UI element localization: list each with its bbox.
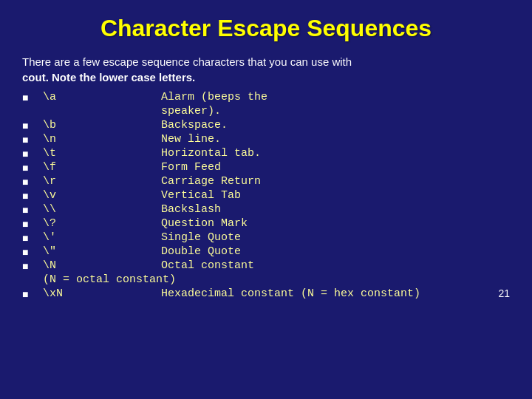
escape-desc: Single Quote (161, 231, 510, 244)
bullet-icon: ■ (22, 175, 43, 188)
table-row: ■ \N Octal constant (22, 259, 510, 272)
escape-desc: Vertical Tab (161, 189, 510, 202)
bullet-icon: ■ (22, 287, 43, 300)
escape-desc: Form Feed (161, 161, 510, 174)
escape-code: \\ (43, 203, 161, 216)
intro-line2: cout. Note the lower case letters. (22, 71, 195, 83)
page-number-inline: 21 (492, 287, 510, 299)
escape-desc: Backspace. (161, 119, 510, 132)
escape-code: \b (43, 119, 161, 132)
intro-line1: There are a few escape sequence characte… (22, 55, 352, 68)
slide-title: Character Escape Sequences (22, 15, 510, 42)
octal-note: (N = octal constant) (43, 273, 510, 286)
escape-desc: Alarm (beeps the (161, 91, 510, 103)
bullet-spacer (22, 105, 43, 106)
table-row-alarm-cont: speaker). (22, 105, 510, 117)
intro-text: There are a few escape sequence characte… (22, 54, 510, 85)
table-row: ■ \v Vertical Tab (22, 189, 510, 202)
table-row: ■ \a Alarm (beeps the (22, 91, 510, 103)
bullet-icon: ■ (22, 245, 43, 258)
escape-code: \v (43, 189, 161, 202)
escape-desc: Octal constant (161, 259, 510, 272)
bullet-icon: ■ (22, 91, 43, 103)
bullet-icon: ■ (22, 161, 43, 174)
table-row: ■ \t Horizontal tab. (22, 147, 510, 160)
hex-desc: Hexadecimal constant (N = hex constant) (161, 287, 492, 300)
escape-code: \a (43, 91, 161, 103)
escape-code: \? (43, 217, 161, 230)
escape-table: ■ \a Alarm (beeps the speaker). ■ \b Bac… (22, 91, 510, 300)
escape-code: \r (43, 175, 161, 188)
table-row: ■ \r Carriage Return (22, 175, 510, 188)
bullet-icon: ■ (22, 259, 43, 272)
escape-desc: New line. (161, 133, 510, 146)
bullet-icon: ■ (22, 189, 43, 202)
table-row: ■ \f Form Feed (22, 161, 510, 174)
escape-code: \N (43, 259, 161, 272)
bullet-icon: ■ (22, 217, 43, 230)
bullet-icon: ■ (22, 119, 43, 132)
table-row: ■ \n New line. (22, 133, 510, 146)
escape-code: \t (43, 147, 161, 160)
hex-row: ■ \xN Hexadecimal constant (N = hex cons… (22, 287, 510, 300)
slide: Character Escape Sequences There are a f… (0, 0, 532, 399)
escape-desc: Carriage Return (161, 175, 510, 188)
escape-desc: Question Mark (161, 217, 510, 230)
bullet-icon: ■ (22, 231, 43, 244)
table-row: ■ \b Backspace. (22, 119, 510, 132)
bullet-icon: ■ (22, 147, 43, 160)
escape-code: \" (43, 245, 161, 258)
bullet-icon: ■ (22, 133, 43, 146)
table-row: ■ \" Double Quote (22, 245, 510, 258)
escape-code: \f (43, 161, 161, 174)
table-row: ■ \? Question Mark (22, 217, 510, 230)
table-row: ■ \' Single Quote (22, 231, 510, 244)
escape-desc: Horizontal tab. (161, 147, 510, 160)
bullet-icon: ■ (22, 203, 43, 216)
hex-code: \xN (43, 287, 161, 300)
escape-desc: Double Quote (161, 245, 510, 258)
escape-code: \' (43, 231, 161, 244)
escape-desc: Backslash (161, 203, 510, 216)
escape-desc-cont: speaker). (161, 105, 510, 117)
table-row: ■ \\ Backslash (22, 203, 510, 216)
escape-code: \n (43, 133, 161, 146)
